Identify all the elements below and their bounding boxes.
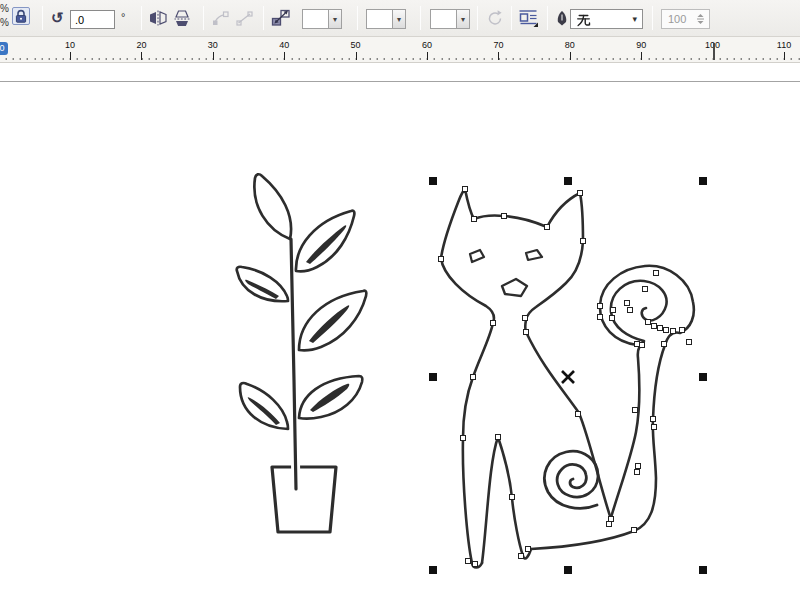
outline-width-none-glyph [576,12,591,27]
path-node[interactable] [519,554,524,559]
path-node[interactable] [609,517,614,522]
path-node[interactable] [628,308,633,313]
cat-front-leg [482,437,531,563]
path-node[interactable] [545,225,550,230]
path-node[interactable] [651,417,656,422]
mirror-vertical-button[interactable] [173,10,191,29]
path-node[interactable] [472,217,477,222]
outline-width-select[interactable]: 无 ▾ [570,9,643,29]
property-bar: % % ↺ ° [0,0,800,37]
stretch-scale-button[interactable] [271,9,291,30]
outline-style-combo-2[interactable]: ▾ [366,9,406,29]
ruler-number: 70 [488,40,508,50]
path-node[interactable] [524,330,529,335]
selection-handle[interactable] [429,177,437,185]
plant-leaf-mid-left [237,267,288,301]
selection-handle[interactable] [429,566,437,574]
path-node[interactable] [635,470,640,475]
path-node[interactable] [646,320,651,325]
path-node[interactable] [598,304,603,309]
plant-leaf-upper-right [296,211,354,272]
outline-pen-icon [555,10,569,31]
chevron-down-icon[interactable]: ▾ [392,9,406,29]
opacity-value: 100 [668,13,686,25]
path-node[interactable] [607,522,612,527]
selection-handle[interactable] [429,373,437,381]
path-node[interactable] [496,435,501,440]
path-node[interactable] [526,547,531,552]
path-node[interactable] [635,342,640,347]
path-node[interactable] [581,239,586,244]
path-node[interactable] [640,343,645,348]
path-node[interactable] [625,301,630,306]
ruler-major-tick [356,52,357,60]
wrap-text-icon [517,8,539,28]
path-node[interactable] [502,214,507,219]
outline-style-combo-1[interactable]: ▾ [302,9,342,29]
outline-style-field-1[interactable] [302,9,328,29]
path-node[interactable] [611,308,616,313]
path-node[interactable] [658,326,663,331]
selection-handle[interactable] [564,177,572,185]
scale-percent-labels: % % [0,2,9,30]
path-node[interactable] [664,328,669,333]
path-node[interactable] [671,329,676,334]
path-node[interactable] [439,257,444,262]
path-node[interactable] [652,324,657,329]
path-node[interactable] [491,321,496,326]
selection-handle[interactable] [699,177,707,185]
path-node[interactable] [510,495,515,500]
path-node[interactable] [598,315,603,320]
path-node[interactable] [636,464,641,469]
path-node[interactable] [643,287,648,292]
outline-style-combo-3[interactable]: ▾ [430,9,470,29]
rotate-tool-icon-disabled [486,9,504,31]
ruler-major-tick [427,52,428,60]
toolbar-separator [263,6,264,30]
selection-handle[interactable] [564,566,572,574]
rotation-angle-input[interactable] [70,10,115,29]
path-node[interactable] [680,328,685,333]
path-node[interactable] [463,187,468,192]
ruler-origin-marker: 0 [0,42,8,55]
chevron-down-icon[interactable]: ▾ [456,9,470,29]
opacity-spinner-disabled: 100 [661,9,710,29]
path-node[interactable] [466,559,471,564]
lock-ratio-button[interactable] [12,7,30,25]
path-node[interactable] [471,375,476,380]
toolbar-separator [141,6,142,30]
path-node[interactable] [633,408,638,413]
chevron-down-icon[interactable]: ▾ [328,9,342,29]
selection-overlay [429,177,707,574]
chevron-down-icon[interactable]: ▾ [632,14,637,24]
selection-handle[interactable] [699,566,707,574]
drawing-canvas[interactable] [0,62,800,600]
path-node[interactable] [578,191,583,196]
selection-handle[interactable] [699,373,707,381]
path-node[interactable] [632,528,637,533]
path-node[interactable] [473,562,478,567]
path-node[interactable] [652,425,657,430]
plant-leaf-lower-left [240,383,288,429]
horizontal-ruler[interactable]: 102030405060708090100110 0 [0,37,800,63]
path-node[interactable] [687,340,692,345]
wrap-text-button[interactable] [517,8,539,31]
outline-style-field-3[interactable] [430,9,456,29]
path-node[interactable] [610,316,615,321]
ruler-major-tick [213,52,214,60]
path-node[interactable] [461,436,466,441]
path-node[interactable] [576,412,581,417]
ruler-major-tick [141,52,142,60]
mirror-horizontal-button[interactable] [149,10,167,29]
outline-style-field-2[interactable] [366,9,392,29]
toolbar-separator [511,6,512,30]
cat-left-eye [470,250,484,262]
path-node[interactable] [654,271,659,276]
path-node[interactable] [523,316,528,321]
plant-object[interactable] [237,174,367,532]
plant-pot [272,467,336,532]
path-node[interactable] [662,342,667,347]
degree-label: ° [121,11,125,23]
spin-stepper-icon [696,13,705,25]
cat-hip-spiral [544,451,598,508]
